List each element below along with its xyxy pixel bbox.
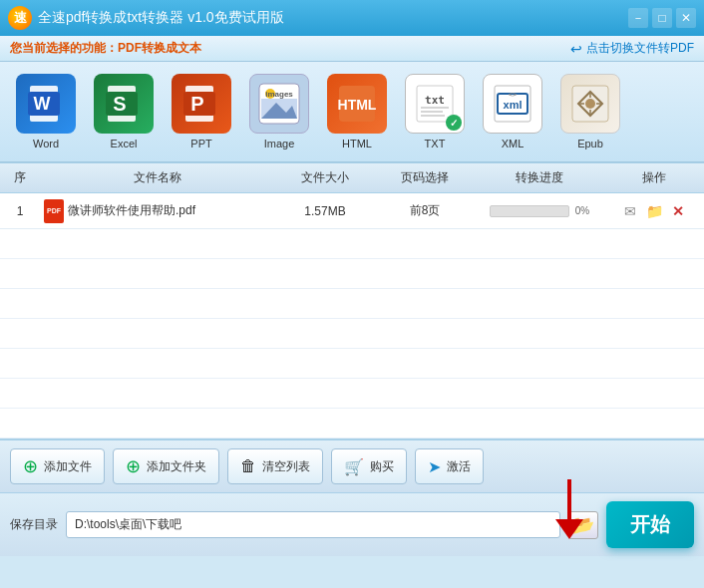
format-ppt[interactable]: P PPT xyxy=(166,70,237,153)
ppt-icon-box: P xyxy=(172,74,231,134)
empty-row-3 xyxy=(0,289,704,319)
cell-size: 1.57MB xyxy=(275,204,375,218)
add-file-button[interactable]: ⊕ 添加文件 xyxy=(10,448,105,484)
empty-row-4 xyxy=(0,319,704,349)
window-controls: － □ ✕ xyxy=(628,8,696,28)
format-word[interactable]: W Word xyxy=(10,70,82,153)
delete-icon[interactable]: ✕ xyxy=(669,202,687,220)
xml-icon-box: xml <> xyxy=(483,74,542,134)
txt-label: TXT xyxy=(425,138,446,149)
epub-label: Epub xyxy=(577,138,603,149)
svg-text:S: S xyxy=(113,93,126,115)
save-label: 保存目录 xyxy=(10,516,58,533)
activate-button[interactable]: ➤ 激活 xyxy=(415,448,484,484)
svg-text:txt: txt xyxy=(425,94,445,107)
image-icon: images xyxy=(256,81,302,127)
epub-icon xyxy=(570,84,610,124)
format-area: W Word S Excel P PPT xyxy=(0,62,704,162)
word-label: Word xyxy=(33,138,59,149)
title-bar-left: 速 全速pdf转换成txt转换器 v1.0免费试用版 xyxy=(8,6,284,30)
header-action: 操作 xyxy=(604,169,704,186)
svg-text:HTML: HTML xyxy=(338,97,377,113)
empty-row-1 xyxy=(0,229,704,259)
svg-text:P: P xyxy=(190,93,203,115)
excel-label: Excel xyxy=(111,138,138,149)
action-icons: ✉ 📁 ✕ xyxy=(608,202,700,220)
ppt-label: PPT xyxy=(190,138,211,149)
epub-icon-box xyxy=(560,74,620,134)
save-bar: 保存目录 D:\tools\桌面\下载吧 📂 开始 xyxy=(0,493,704,556)
start-button[interactable]: 开始 xyxy=(606,501,694,548)
red-arrow xyxy=(539,474,599,544)
clear-icon: 🗑 xyxy=(240,457,256,475)
txt-icon-box: txt ✓ xyxy=(405,74,465,134)
empty-row-6 xyxy=(0,379,704,409)
excel-icon-box: S xyxy=(94,74,154,134)
save-path: D:\tools\桌面\下载吧 xyxy=(66,511,560,538)
file-table: 序 文件名称 文件大小 页码选择 转换进度 操作 1 PDF 微讲师软件使用帮助… xyxy=(0,162,704,440)
html-icon-box: HTML xyxy=(327,74,387,134)
svg-text:xml: xml xyxy=(504,99,523,111)
cell-progress: 0% xyxy=(475,205,604,217)
txt-checkmark: ✓ xyxy=(446,115,462,131)
header-progress: 转换进度 xyxy=(475,169,604,186)
html-label: HTML xyxy=(342,138,372,149)
svg-text:W: W xyxy=(34,94,51,114)
add-folder-button[interactable]: ⊕ 添加文件夹 xyxy=(113,448,219,484)
header-filename: 文件名称 xyxy=(40,169,275,186)
minimize-button[interactable]: － xyxy=(628,8,648,28)
format-epub[interactable]: Epub xyxy=(554,70,626,153)
svg-point-27 xyxy=(585,99,595,109)
app-title: 全速pdf转换成txt转换器 v1.0免费试用版 xyxy=(38,9,284,27)
header-seq: 序 xyxy=(0,169,40,186)
cell-seq: 1 xyxy=(0,204,40,218)
svg-marker-33 xyxy=(555,519,583,539)
add-folder-icon: ⊕ xyxy=(126,455,141,477)
empty-rows xyxy=(0,229,704,439)
xml-label: XML xyxy=(502,138,525,149)
cell-filename: PDF 微讲师软件使用帮助.pdf xyxy=(40,199,275,223)
format-html[interactable]: HTML HTML xyxy=(321,70,393,153)
html-icon: HTML xyxy=(337,84,377,124)
activate-icon: ➤ xyxy=(428,457,441,476)
format-image[interactable]: images Image xyxy=(243,70,315,153)
table-row: 1 PDF 微讲师软件使用帮助.pdf 1.57MB 前8页 0% ✉ 📁 ✕ xyxy=(0,193,704,229)
svg-text:<>: <> xyxy=(509,91,517,99)
empty-row-5 xyxy=(0,349,704,379)
add-file-icon: ⊕ xyxy=(23,455,38,477)
restore-button[interactable]: □ xyxy=(652,8,672,28)
word-icon-box: W xyxy=(16,74,76,134)
format-txt[interactable]: txt ✓ TXT xyxy=(399,70,471,153)
progress-bar xyxy=(490,205,569,217)
close-button[interactable]: ✕ xyxy=(676,8,696,28)
progress-label: 0% xyxy=(575,205,589,216)
folder-open-icon[interactable]: 📁 xyxy=(645,202,663,220)
word-icon: W xyxy=(26,84,66,124)
format-excel[interactable]: S Excel xyxy=(88,70,160,153)
buy-button[interactable]: 🛒 购买 xyxy=(331,448,407,484)
excel-icon: S xyxy=(104,84,144,124)
empty-row-7 xyxy=(0,409,704,439)
cell-pages: 前8页 xyxy=(375,202,475,219)
clear-list-button[interactable]: 🗑 清空列表 xyxy=(227,448,323,484)
format-xml[interactable]: xml <> XML xyxy=(477,70,548,153)
image-label: Image xyxy=(264,138,295,149)
svg-text:images: images xyxy=(265,90,293,99)
title-bar: 速 全速pdf转换成txt转换器 v1.0免费试用版 － □ ✕ xyxy=(0,0,704,36)
header-pages: 页码选择 xyxy=(375,169,475,186)
email-icon[interactable]: ✉ xyxy=(621,202,639,220)
xml-icon: xml <> xyxy=(493,84,532,124)
ppt-icon: P xyxy=(181,84,221,124)
empty-row-2 xyxy=(0,259,704,289)
buy-icon: 🛒 xyxy=(344,457,364,476)
image-icon-box: images xyxy=(249,74,309,134)
sub-header: 您当前选择的功能：PDF转换成文本 ↩ 点击切换文件转PDF xyxy=(0,36,704,62)
app-logo: 速 xyxy=(8,6,32,30)
current-function: 您当前选择的功能：PDF转换成文本 xyxy=(10,40,201,57)
table-header: 序 文件名称 文件大小 页码选择 转换进度 操作 xyxy=(0,163,704,193)
pdf-file-icon: PDF xyxy=(44,199,64,223)
cell-actions: ✉ 📁 ✕ xyxy=(604,202,704,220)
switch-mode-link[interactable]: ↩ 点击切换文件转PDF xyxy=(570,40,694,57)
header-size: 文件大小 xyxy=(275,169,375,186)
